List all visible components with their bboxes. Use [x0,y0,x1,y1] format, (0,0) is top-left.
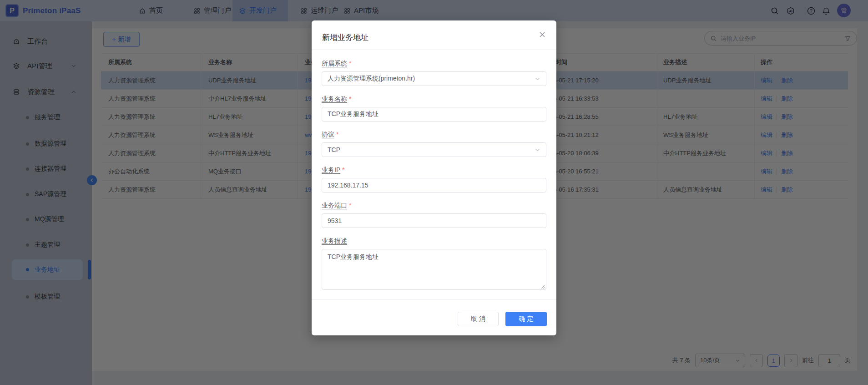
form-field-protocol: 协议* TCP [322,122,546,157]
confirm-button[interactable]: 确 定 [505,312,547,326]
protocol-select[interactable]: TCP [322,142,546,157]
form-field-port: 业务端口* [322,192,546,228]
field-label: 业务端口 [322,202,347,210]
chevron-down-icon [535,76,540,82]
cancel-button[interactable]: 取 消 [458,312,499,326]
business-port-input[interactable] [328,217,540,224]
protocol-select-value: TCP [328,146,340,153]
required-asterisk: * [342,166,344,173]
close-icon[interactable] [538,30,546,39]
field-label: 协议 [322,131,334,139]
field-label: 业务名称 [322,95,347,103]
field-label: 业务IP [322,166,340,174]
dialog-header: 新增业务地址 [312,20,556,50]
required-asterisk: * [349,202,351,209]
form-field-system: 所属系统* 人力资源管理系统(primeton.hr) [322,51,546,86]
dialog-body: 所属系统* 人力资源管理系统(primeton.hr) 业务名称* 协议* TC… [322,51,546,292]
add-business-address-dialog: 新增业务地址 所属系统* 人力资源管理系统(primeton.hr) 业务名称*… [312,20,556,335]
dialog-footer: 取 消 确 定 [312,299,556,335]
form-field-name: 业务名称* [322,86,546,122]
dialog-title: 新增业务地址 [322,32,368,43]
system-select[interactable]: 人力资源管理系统(primeton.hr) [322,71,546,86]
required-asterisk: * [349,60,351,67]
form-field-ip: 业务IP* [322,157,546,192]
form-field-description: 业务描述 TCP业务服务地址 [322,228,546,292]
field-label: 所属系统 [322,60,347,68]
required-asterisk: * [336,131,338,138]
app-root: P Primeton iPaaS 首页 管理门户 开发门户 运维门户 API市场… [0,0,868,385]
required-asterisk: * [349,95,351,102]
field-label: 业务描述 [322,237,347,245]
business-name-input[interactable] [328,111,540,118]
system-select-value: 人力资源管理系统(primeton.hr) [328,75,415,83]
chevron-down-icon [535,147,540,153]
resize-grip-icon[interactable] [540,284,545,289]
business-description-textarea[interactable]: TCP业务服务地址 [322,249,546,290]
business-ip-input[interactable] [328,182,540,189]
